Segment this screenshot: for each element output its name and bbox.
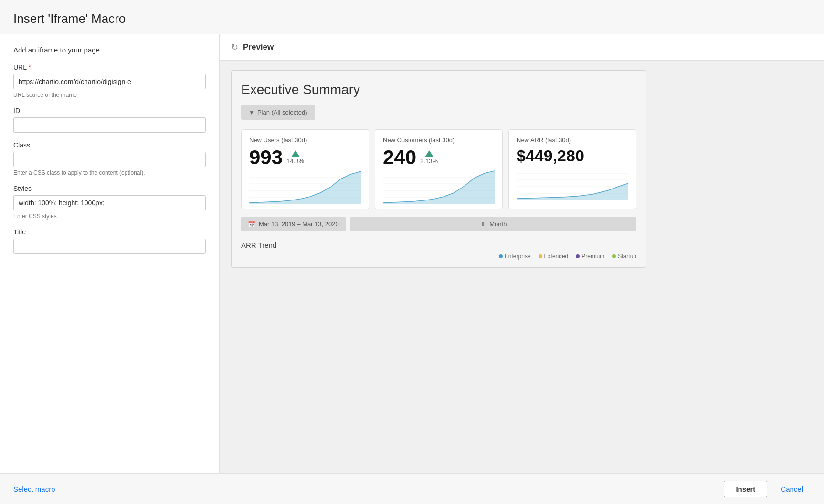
class-label: Class [13,141,206,149]
metric-value-row-users: 993 14.8% [249,147,361,168]
id-input[interactable] [13,117,206,133]
metric-label-customers: New Customers (last 30d) [383,136,495,144]
class-hint: Enter a CSS class to apply to the conten… [13,169,206,176]
url-required: * [28,63,31,71]
class-form-group: Class Enter a CSS class to apply to the … [13,141,206,176]
title-label: Title [13,228,206,236]
mini-chart-customers [383,170,495,204]
arr-trend-label: ARR Trend [241,241,636,249]
styles-input[interactable] [13,195,206,210]
dialog-header: Insert 'Iframe' Macro [0,0,824,34]
legend-item-premium: Premium [576,253,604,260]
dialog-body: Add an iframe to your page. URL * URL so… [0,34,824,473]
date-range-label: Mar 13, 2019 – Mar 13, 2020 [259,220,339,228]
dialog-footer: Select macro Insert Cancel [0,473,824,504]
mini-chart-users [249,170,361,204]
month-button[interactable]: ⏸ Month [350,217,636,231]
insert-button[interactable]: Insert [724,481,767,497]
metric-pct-users: 14.8% [286,158,304,165]
arr-trend-section: ARR Trend Enterprise Extended [241,238,636,260]
preview-content: Executive Summary ▼ Plan (All selected) … [220,61,824,473]
url-input[interactable] [13,74,206,89]
calendar-icon: 📅 [248,220,255,228]
legend-row: Enterprise Extended Premium [241,253,636,260]
left-panel: Add an iframe to your page. URL * URL so… [0,34,220,473]
legend-dot-extended [539,254,542,258]
metric-card-users: New Users (last 30d) 993 14.8% [241,129,369,209]
metric-label-users: New Users (last 30d) [249,136,361,144]
url-form-group: URL * URL source of the iframe [13,63,206,98]
class-input[interactable] [13,152,206,167]
date-range-button[interactable]: 📅 Mar 13, 2019 – Mar 13, 2020 [241,217,346,231]
preview-title: Preview [243,42,274,52]
filter-icon: ▼ [249,109,254,116]
legend-item-startup: Startup [612,253,636,260]
id-form-group: ID [13,107,206,133]
plan-filter-label: Plan (All selected) [257,109,307,116]
footer-buttons: Insert Cancel [724,481,811,497]
legend-dot-startup [612,254,616,258]
mini-chart-arr [517,167,628,200]
metric-badge-customers: 2.13% [420,150,438,165]
metric-label-arr: New ARR (last 30d) [517,136,628,144]
legend-dot-enterprise [499,254,503,258]
select-macro-link[interactable]: Select macro [13,485,55,493]
legend-label-extended: Extended [544,253,569,260]
metric-pct-customers: 2.13% [420,158,438,165]
dialog-title: Insert 'Iframe' Macro [13,11,811,26]
metric-value-row-customers: 240 2.13% [383,147,495,168]
styles-label: Styles [13,185,206,192]
month-label: Month [489,220,507,228]
dialog: Insert 'Iframe' Macro Add an iframe to y… [0,0,824,504]
metric-badge-users: 14.8% [286,150,304,165]
refresh-icon[interactable]: ↻ [231,42,238,52]
legend-label-enterprise: Enterprise [505,253,531,260]
plan-filter-button[interactable]: ▼ Plan (All selected) [241,105,315,120]
url-hint: URL source of the iframe [13,92,206,98]
metric-value-row-arr: $449,280 [517,147,628,164]
legend-label-premium: Premium [581,253,604,260]
metric-card-customers: New Customers (last 30d) 240 2.13% [375,129,503,209]
legend-label-startup: Startup [618,253,636,260]
title-form-group: Title [13,228,206,254]
id-label: ID [13,107,206,115]
up-arrow-users [291,150,300,157]
bottom-controls: 📅 Mar 13, 2019 – Mar 13, 2020 ⏸ Month [241,217,636,231]
url-label: URL * [13,63,206,71]
metrics-row: New Users (last 30d) 993 14.8% [241,129,636,209]
styles-hint: Enter CSS styles [13,213,206,220]
legend-item-enterprise: Enterprise [499,253,531,260]
title-input[interactable] [13,239,206,254]
metric-value-customers: 240 [383,147,416,168]
segment-icon: ⏸ [480,220,486,228]
cancel-button[interactable]: Cancel [773,481,811,497]
legend-item-extended: Extended [539,253,569,260]
legend-dot-premium [576,254,580,258]
description-text: Add an iframe to your page. [13,46,206,54]
dashboard-card: Executive Summary ▼ Plan (All selected) … [231,70,646,268]
dashboard-title: Executive Summary [241,82,636,97]
filter-bar: ▼ Plan (All selected) [241,105,636,120]
right-panel: ↻ Preview Executive Summary ▼ Plan (All … [220,34,824,473]
up-arrow-customers [425,150,433,157]
preview-header: ↻ Preview [220,34,824,61]
metric-card-arr: New ARR (last 30d) $449,280 [508,129,636,209]
metric-value-users: 993 [249,147,283,168]
metric-value-arr: $449,280 [517,147,584,164]
styles-form-group: Styles Enter CSS styles [13,185,206,220]
